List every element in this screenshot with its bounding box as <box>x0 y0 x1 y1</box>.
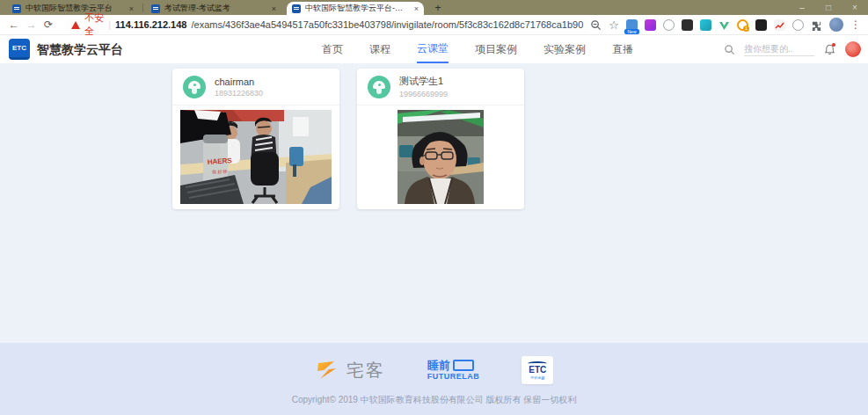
forward-icon[interactable]: → <box>23 18 40 31</box>
tab-title: 中软国际智慧教学云平台-监考 <box>305 3 410 14</box>
close-button[interactable]: × <box>842 0 868 15</box>
futurelab-en-label: FUTURELAB <box>427 373 480 381</box>
nav-item-cloud-classroom[interactable]: 云课堂 <box>417 35 449 63</box>
svg-text:你 好 怀: 你 好 怀 <box>212 169 228 175</box>
search-input[interactable] <box>744 42 814 56</box>
extension-icon[interactable]: 1 <box>737 19 748 31</box>
student-name: chairman <box>215 76 263 87</box>
copyright-text: Copyright© 2019 中软国际教育科技股份有限公司 版权所有 保留一切… <box>0 394 868 406</box>
student-card-header: chairman 18931226830 <box>172 69 339 106</box>
extension-icon[interactable]: New <box>626 19 638 31</box>
vue-devtools-icon[interactable] <box>718 19 730 31</box>
bookmark-star-icon[interactable]: ☆ <box>609 18 619 32</box>
etc-favicon <box>12 4 21 13</box>
etc-footer-label: ETC <box>529 366 546 375</box>
zhaike-z-icon <box>315 358 339 382</box>
etc-logo: ETC <box>9 39 30 60</box>
webcam-photo-office: HAERS 你 好 怀 <box>180 110 332 204</box>
browser-profile-avatar[interactable] <box>829 18 843 32</box>
student-avatar-icon <box>368 76 390 98</box>
security-warning-icon <box>71 21 80 29</box>
nav-item-courses[interactable]: 课程 <box>369 35 390 63</box>
new-tab-button[interactable]: + <box>429 2 447 14</box>
nav-item-experiment-cases[interactable]: 实验案例 <box>543 35 586 63</box>
futurelab-screen-icon <box>453 360 474 371</box>
extension-icon[interactable] <box>792 19 804 31</box>
etc-footer-logo: ETC 中软卓越 <box>522 356 553 384</box>
site-nav: 首页 课程 云课堂 项目案例 实验案例 直播 <box>322 35 633 63</box>
notification-bell-icon[interactable] <box>823 43 836 56</box>
zoom-icon[interactable] <box>590 19 602 31</box>
zhaike-logo: 宅客 <box>315 358 385 382</box>
webcam-feed <box>357 106 524 208</box>
reload-icon[interactable]: ⟳ <box>40 18 57 31</box>
futurelab-logo: 睡前 FUTURELAB <box>427 360 480 381</box>
extension-count-badge: 1 <box>743 25 749 32</box>
extensions-puzzle-icon[interactable] <box>811 19 822 31</box>
url-path: /exams/436f3ae4a5494517a50fc331be403798/… <box>191 19 583 30</box>
extension-icon[interactable] <box>774 19 785 31</box>
maximize-button[interactable]: □ <box>815 0 842 15</box>
invigilation-room-content: chairman 18931226830 <box>0 63 868 343</box>
webcam-photo-portrait <box>398 110 484 204</box>
back-icon[interactable]: ← <box>5 18 23 31</box>
etc-favicon <box>151 4 160 13</box>
minimize-button[interactable]: – <box>789 0 815 15</box>
extension-icon[interactable] <box>700 19 711 31</box>
extension-icon[interactable] <box>682 19 693 31</box>
extension-icon[interactable] <box>645 19 656 31</box>
nav-item-project-cases[interactable]: 项目案例 <box>475 35 517 63</box>
student-avatar-icon <box>183 76 206 98</box>
student-phone: 19966669999 <box>399 90 448 98</box>
security-warning-label: 不安全 <box>84 11 104 38</box>
site-footer: 宅客 睡前 FUTURELAB ETC 中软卓越 Copyright© 2019… <box>0 343 868 415</box>
futurelab-cn-label: 睡前 <box>427 360 450 371</box>
browser-menu-icon[interactable]: ⋮ <box>850 18 861 31</box>
browser-toolbar: ← → ⟳ 不安全 | 114.116.212.148/exams/436f3a… <box>0 15 868 35</box>
webcam-feed: HAERS 你 好 怀 <box>172 106 339 208</box>
extension-icon[interactable] <box>755 19 767 31</box>
toolbar-right-cluster: ☆ New 1 ⋮ <box>590 18 868 32</box>
close-tab-icon[interactable]: × <box>129 4 134 13</box>
etc-footer-sublabel: 中软卓越 <box>530 375 544 380</box>
close-tab-icon[interactable]: × <box>272 4 276 13</box>
student-monitor-card: 测试学生1 19966669999 <box>357 69 524 209</box>
student-monitor-card: chairman 18931226830 <box>172 69 339 209</box>
shield-extension-icon[interactable] <box>663 19 675 31</box>
search-icon[interactable] <box>724 44 735 55</box>
site-header: ETC 智慧教学云平台 首页 课程 云课堂 项目案例 实验案例 直播 <box>0 35 868 63</box>
footer-logos: 宅客 睡前 FUTURELAB ETC 中软卓越 <box>0 353 868 387</box>
url-host: 114.116.212.148 <box>115 19 186 30</box>
tab-divider <box>142 4 143 12</box>
omnibox-separator: | <box>108 19 111 30</box>
nav-item-home[interactable]: 首页 <box>322 35 343 63</box>
browser-tab-1[interactable]: 中软国际智慧教学云平台 × <box>7 2 139 15</box>
browser-tab-3-active[interactable]: 中软国际智慧教学云平台-监考 × <box>287 2 424 15</box>
header-right-cluster <box>724 35 861 63</box>
student-phone: 18931226830 <box>215 89 263 98</box>
browser-window: 中软国际智慧教学云平台 × 考试管理-考试监考 × 中软国际智慧教学云平台-监考… <box>0 0 868 415</box>
close-tab-icon[interactable]: × <box>414 4 419 13</box>
nav-item-live[interactable]: 直播 <box>612 35 633 63</box>
site-brand-title: 智慧教学云平台 <box>37 42 123 58</box>
user-avatar[interactable] <box>845 41 861 57</box>
etc-favicon <box>292 4 301 13</box>
window-controls: – □ × <box>789 0 868 15</box>
student-card-header: 测试学生1 19966669999 <box>357 69 524 106</box>
zhaike-label: 宅客 <box>346 359 385 382</box>
student-name: 测试学生1 <box>399 75 448 88</box>
notification-dot <box>832 43 835 47</box>
browser-tab-2[interactable]: 考试管理-考试监考 × <box>146 2 281 15</box>
extension-new-badge: New <box>624 29 639 34</box>
tab-title: 中软国际智慧教学云平台 <box>26 3 125 14</box>
tab-title: 考试管理-考试监考 <box>164 3 267 14</box>
address-bar[interactable]: 不安全 | 114.116.212.148/exams/436f3ae4a549… <box>64 18 590 33</box>
